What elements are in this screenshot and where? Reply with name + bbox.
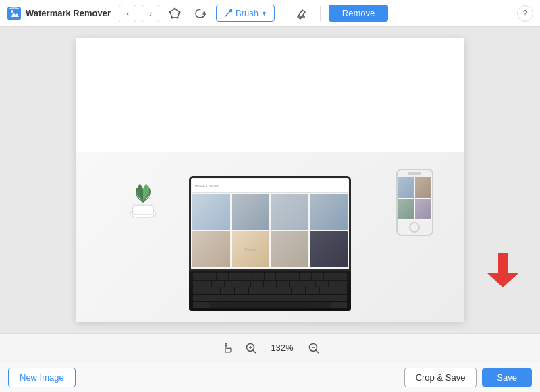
zoom-in-icon <box>245 342 257 354</box>
app-title: Watermark Remover <box>26 8 111 18</box>
svg-point-6 <box>169 11 171 13</box>
zoom-out-button[interactable] <box>306 340 322 356</box>
app-logo: Watermark Remover <box>7 6 111 21</box>
zoom-bar: 132% <box>0 333 540 362</box>
zoom-in-button[interactable] <box>243 340 259 356</box>
svg-rect-11 <box>498 253 508 273</box>
phone-decoration <box>396 169 433 236</box>
laptop-screen: MEGAN & TANNER ──── ≡ Canva <box>189 176 351 271</box>
svg-line-19 <box>316 350 319 353</box>
help-button[interactable]: ? <box>517 5 533 22</box>
header-divider-2 <box>320 6 321 21</box>
app-logo-icon <box>7 6 22 21</box>
new-image-button[interactable]: New Image <box>8 368 76 387</box>
hand-tool-button[interactable] <box>219 340 235 356</box>
plant-decoration <box>123 177 170 231</box>
polygon-icon <box>169 7 181 20</box>
eraser-tool-button[interactable] <box>292 3 312 24</box>
brush-icon <box>223 9 233 18</box>
lasso-icon <box>194 7 207 20</box>
svg-point-3 <box>178 11 180 13</box>
hand-icon <box>221 342 233 354</box>
svg-point-4 <box>176 16 178 18</box>
crop-save-button[interactable]: Crop & Save <box>404 368 477 387</box>
lasso-tool-button[interactable] <box>190 3 211 24</box>
footer: New Image Crop & Save Save <box>0 362 540 392</box>
brush-label: Brush <box>236 8 259 18</box>
save-button[interactable]: Save <box>482 368 532 387</box>
back-button[interactable]: ‹ <box>119 5 136 22</box>
svg-marker-12 <box>487 273 518 287</box>
brush-tool-button[interactable]: Brush ▼ <box>216 5 275 22</box>
image-canvas[interactable]: MEGAN & TANNER ──── ≡ Canva <box>76 38 464 322</box>
brush-chevron-icon: ▼ <box>261 10 267 17</box>
down-arrow-icon <box>486 252 520 289</box>
svg-line-16 <box>253 350 256 353</box>
svg-point-5 <box>171 16 173 18</box>
laptop-decoration: MEGAN & TANNER ──── ≡ Canva <box>176 176 364 298</box>
image-white-area <box>76 38 464 152</box>
plant-icon <box>123 177 163 218</box>
remove-button[interactable]: Remove <box>329 5 388 22</box>
eraser-icon <box>296 7 308 20</box>
image-scene: MEGAN & TANNER ──── ≡ Canva <box>76 152 464 322</box>
canvas-area[interactable]: MEGAN & TANNER ──── ≡ Canva <box>0 27 540 333</box>
svg-point-1 <box>11 10 14 13</box>
zoom-out-icon <box>308 342 320 354</box>
svg-rect-10 <box>132 205 153 215</box>
svg-point-2 <box>173 7 176 9</box>
forward-button[interactable]: › <box>142 5 159 22</box>
header-divider <box>283 6 284 21</box>
arrow-indicator <box>486 252 520 293</box>
polygon-tool-button[interactable] <box>165 3 185 24</box>
app-header: Watermark Remover ‹ › Brush ▼ <box>0 0 540 27</box>
zoom-level: 132% <box>267 343 298 353</box>
